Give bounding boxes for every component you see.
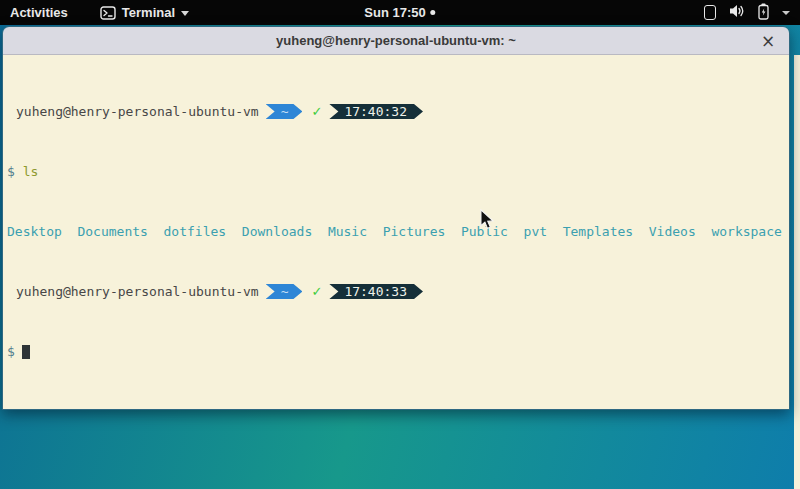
command-text: ls <box>23 164 39 179</box>
terminal-window: yuheng@henry-personal-ubuntu-vm: ~ × yuh… <box>2 26 790 410</box>
prompt-line-2: yuheng@henry-personal-ubuntu-vm ~ ✓ 17:4… <box>7 284 789 299</box>
system-status-area[interactable] <box>704 0 790 25</box>
clock-menu[interactable]: Sun 17:50 <box>364 0 435 25</box>
close-icon[interactable]: × <box>757 27 779 55</box>
terminal-cursor <box>22 345 30 359</box>
prompt-timestamp: 17:40:33 <box>329 284 423 299</box>
prompt-path-segment: ~ <box>266 284 303 299</box>
prompt-path-segment: ~ <box>266 104 303 119</box>
mouse-cursor-icon <box>479 209 495 231</box>
prompt-username: yuheng@henry-personal-ubuntu-vm <box>16 104 259 119</box>
display-icon <box>704 5 716 20</box>
window-title: yuheng@henry-personal-ubuntu-vm: ~ <box>276 33 516 48</box>
notification-dot <box>431 10 436 15</box>
battery-charging-icon <box>758 3 769 23</box>
chevron-down-icon <box>782 11 790 15</box>
clock-label: Sun 17:50 <box>364 5 425 20</box>
app-menu-caret-icon <box>181 11 189 16</box>
gnome-top-bar: Activities Terminal Sun 17:50 <box>0 0 800 25</box>
input-line: $ <box>7 344 789 359</box>
prompt-username: yuheng@henry-personal-ubuntu-vm <box>16 284 259 299</box>
ls-output-line: Desktop Documents dotfiles Downloads Mus… <box>7 224 789 239</box>
background-window-sliver <box>794 55 800 489</box>
volume-icon <box>729 4 745 21</box>
terminal-content[interactable]: yuheng@henry-personal-ubuntu-vm ~ ✓ 17:4… <box>3 55 789 409</box>
prompt-check-icon: ✓ <box>311 104 322 119</box>
prompt-dollar: $ <box>7 164 15 179</box>
activities-button[interactable]: Activities <box>10 5 68 20</box>
terminal-app-icon <box>100 6 116 20</box>
prompt-timestamp: 17:40:32 <box>329 104 423 119</box>
desktop: Activities Terminal Sun 17:50 <box>0 0 800 489</box>
prompt-check-icon: ✓ <box>311 284 322 299</box>
app-menu-label: Terminal <box>122 5 175 20</box>
app-menu-terminal[interactable]: Terminal <box>100 5 189 20</box>
command-line: $ ls <box>7 164 789 179</box>
prompt-line-1: yuheng@henry-personal-ubuntu-vm ~ ✓ 17:4… <box>7 104 789 119</box>
window-titlebar[interactable]: yuheng@henry-personal-ubuntu-vm: ~ × <box>3 27 789 55</box>
prompt-dollar: $ <box>7 344 15 359</box>
